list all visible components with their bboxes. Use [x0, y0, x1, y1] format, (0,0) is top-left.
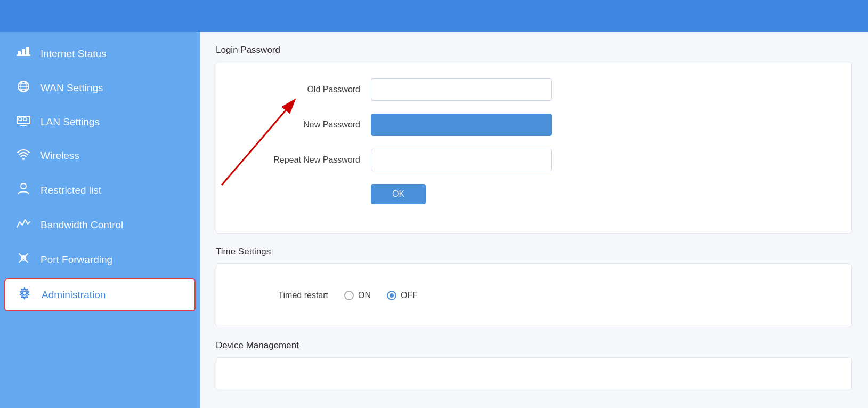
sidebar: Internet Status WAN Settings	[0, 32, 200, 408]
timed-restart-label: Timed restart	[243, 291, 328, 300]
time-settings-card: Timed restart ON OFF	[216, 263, 852, 327]
port-forwarding-icon	[16, 252, 31, 268]
off-radio-circle	[387, 291, 396, 300]
old-password-input[interactable]	[371, 78, 552, 101]
old-password-label: Old Password	[243, 85, 360, 94]
ok-button-row: OK	[243, 184, 825, 204]
sidebar-item-wireless[interactable]: Wireless	[0, 139, 200, 173]
device-management-card	[216, 357, 852, 390]
internet-status-icon	[16, 47, 31, 61]
svg-point-15	[21, 183, 26, 189]
on-radio-option[interactable]: ON	[344, 291, 371, 300]
repeat-password-input[interactable]	[371, 149, 552, 171]
main-content: Login Password Old Password New Password	[200, 32, 868, 408]
main-layout: Internet Status WAN Settings	[0, 32, 868, 408]
repeat-password-label: Repeat New Password	[243, 155, 360, 165]
sidebar-label-wan-settings: WAN Settings	[40, 82, 103, 94]
sidebar-item-bandwidth-control[interactable]: Bandwidth Control	[0, 208, 200, 242]
arrow-annotation	[206, 94, 323, 190]
sidebar-item-internet-status[interactable]: Internet Status	[0, 37, 200, 70]
svg-rect-10	[19, 118, 22, 121]
on-radio-circle	[344, 291, 354, 300]
sidebar-item-administration[interactable]: Administration	[4, 278, 196, 311]
sidebar-label-administration: Administration	[42, 289, 106, 301]
svg-point-14	[22, 158, 25, 160]
sidebar-item-wan-settings[interactable]: WAN Settings	[0, 70, 200, 106]
login-password-card: Old Password New Password Repeat New Pas…	[216, 62, 852, 234]
ok-button[interactable]: OK	[371, 184, 426, 204]
on-radio-label: ON	[358, 291, 371, 300]
svg-rect-11	[23, 118, 27, 121]
sidebar-label-bandwidth-control: Bandwidth Control	[40, 219, 123, 231]
svg-point-19	[23, 292, 27, 295]
bandwidth-control-icon	[16, 218, 31, 233]
sidebar-item-lan-settings[interactable]: LAN Settings	[0, 106, 200, 139]
restricted-list-icon	[16, 182, 31, 198]
sidebar-label-restricted-list: Restricted list	[40, 185, 101, 196]
timed-restart-row: Timed restart ON OFF	[243, 280, 825, 311]
svg-rect-2	[22, 49, 25, 56]
administration-icon	[17, 287, 32, 303]
time-settings-section-title: Time Settings	[216, 246, 852, 257]
device-management-section-title: Device Management	[216, 340, 852, 351]
new-password-row: New Password	[243, 114, 825, 136]
wireless-icon	[16, 148, 31, 163]
login-password-section-title: Login Password	[216, 45, 852, 55]
repeat-password-row: Repeat New Password	[243, 149, 825, 171]
off-radio-label: OFF	[401, 291, 418, 300]
sidebar-label-lan-settings: LAN Settings	[40, 116, 100, 128]
sidebar-item-port-forwarding[interactable]: Port Forwarding	[0, 242, 200, 277]
svg-rect-1	[18, 51, 21, 56]
old-password-row: Old Password	[243, 78, 825, 101]
new-password-input[interactable]	[371, 114, 552, 136]
top-bar	[0, 0, 868, 32]
lan-settings-icon	[16, 115, 31, 129]
sidebar-label-internet-status: Internet Status	[40, 48, 107, 60]
off-radio-option[interactable]: OFF	[387, 291, 418, 300]
new-password-label: New Password	[243, 120, 360, 130]
svg-rect-3	[26, 47, 29, 56]
wan-settings-icon	[16, 80, 31, 96]
sidebar-label-port-forwarding: Port Forwarding	[40, 254, 112, 266]
sidebar-item-restricted-list[interactable]: Restricted list	[0, 173, 200, 208]
sidebar-label-wireless: Wireless	[40, 150, 79, 162]
